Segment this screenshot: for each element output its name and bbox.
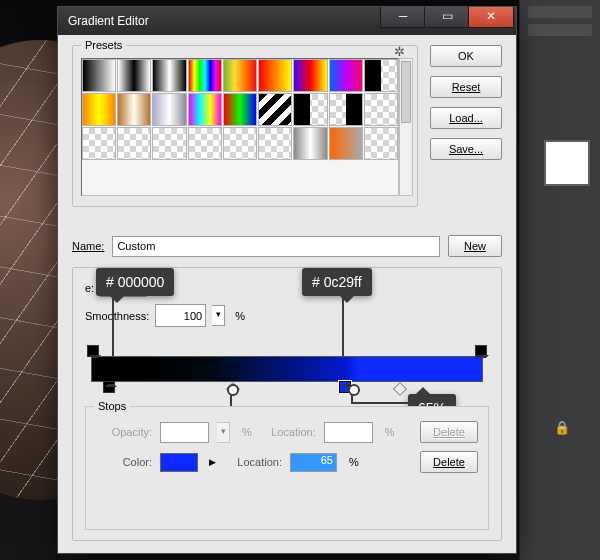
smoothness-input[interactable] — [155, 304, 206, 327]
preset-swatch[interactable] — [188, 127, 222, 160]
lock-icon: 🔒 — [554, 420, 570, 435]
window-titlebar[interactable]: Gradient Editor ─ ▭ ✕ — [58, 7, 516, 35]
location-top-label: Location: — [260, 426, 316, 438]
preset-grid[interactable] — [81, 58, 399, 196]
opacity-marker-left[interactable] — [87, 345, 99, 357]
preset-swatch[interactable] — [152, 127, 186, 160]
minimize-button[interactable]: ─ — [380, 7, 426, 28]
ok-button[interactable]: OK — [430, 45, 502, 67]
preset-swatch[interactable] — [293, 93, 327, 126]
stops-group: Stops Opacity: ▾ % Location: % Delete Co… — [85, 406, 489, 530]
close-button[interactable]: ✕ — [468, 7, 514, 28]
preset-swatch[interactable] — [82, 127, 116, 160]
preset-swatch[interactable] — [364, 59, 398, 92]
preset-swatch[interactable] — [329, 59, 363, 92]
preset-swatch[interactable] — [258, 93, 292, 126]
preset-swatch[interactable] — [223, 127, 257, 160]
delete-color-stop-button[interactable]: Delete — [420, 451, 478, 473]
color-flyout-icon[interactable]: ▶ — [206, 454, 218, 471]
preset-swatch[interactable] — [223, 59, 257, 92]
smoothness-label: Smoothness: — [85, 310, 149, 322]
color-well[interactable] — [160, 453, 198, 472]
preset-swatch[interactable] — [117, 127, 151, 160]
gradient-bar[interactable] — [91, 356, 483, 382]
location-top-input[interactable] — [324, 422, 373, 443]
stops-label: Stops — [94, 400, 130, 412]
preset-swatch[interactable] — [188, 59, 222, 92]
preset-swatch[interactable] — [329, 93, 363, 126]
preset-scrollbar[interactable] — [399, 58, 413, 196]
preset-swatch[interactable] — [117, 93, 151, 126]
preset-swatch[interactable] — [188, 93, 222, 126]
annotation-lead — [351, 402, 415, 404]
right-side-panel: 🔒 — [519, 0, 600, 560]
window-title: Gradient Editor — [68, 14, 149, 28]
presets-label: Presets — [81, 39, 126, 51]
preset-swatch[interactable] — [117, 59, 151, 92]
gradient-editor-window: Gradient Editor ─ ▭ ✕ OK Reset Load... S… — [57, 6, 517, 554]
type-label-partial: e: — [85, 282, 94, 294]
color-label: Color: — [96, 456, 152, 468]
midpoint-2[interactable] — [393, 382, 407, 396]
preset-swatch[interactable] — [152, 93, 186, 126]
preset-swatch[interactable] — [223, 93, 257, 126]
save-button[interactable]: Save... — [430, 138, 502, 160]
delete-opacity-stop-button: Delete — [420, 421, 478, 443]
preset-swatch[interactable] — [329, 127, 363, 160]
preset-swatch[interactable] — [364, 93, 398, 126]
annotation-stop2-hex: # 0c29ff — [302, 268, 372, 296]
opacity-marker-right[interactable] — [475, 345, 487, 357]
preset-swatch[interactable] — [293, 127, 327, 160]
location-bottom-label: Location: — [226, 456, 282, 468]
preset-swatch[interactable] — [152, 59, 186, 92]
presets-group: Presets ✲ — [72, 45, 418, 207]
location-bottom-input[interactable]: 65 — [290, 453, 337, 472]
gradient-edit-group: e: Solid Smoothness: ▾ % # 000000 # 0c29… — [72, 267, 502, 541]
smoothness-stepper[interactable]: ▾ — [212, 305, 225, 326]
smoothness-unit: % — [235, 310, 245, 322]
name-input[interactable] — [112, 236, 440, 257]
opacity-label: Opacity: — [96, 426, 152, 438]
preset-swatch[interactable] — [82, 59, 116, 92]
name-label: Name: — [72, 240, 104, 252]
preset-swatch[interactable] — [364, 127, 398, 160]
annotation-lead — [351, 390, 353, 402]
color-stop-1[interactable] — [103, 381, 115, 393]
load-button[interactable]: Load... — [430, 107, 502, 129]
layer-thumbnail[interactable] — [544, 140, 590, 186]
new-button[interactable]: New — [448, 235, 502, 257]
preset-swatch[interactable] — [258, 59, 292, 92]
preset-swatch[interactable] — [293, 59, 327, 92]
opacity-value-input[interactable] — [160, 422, 209, 443]
preset-swatch[interactable] — [258, 127, 292, 160]
reset-button[interactable]: Reset — [430, 76, 502, 98]
opacity-stepper: ▾ — [217, 422, 230, 443]
preset-swatch[interactable] — [82, 93, 116, 126]
maximize-button[interactable]: ▭ — [424, 7, 470, 28]
annotation-stop1-hex: # 000000 — [96, 268, 174, 296]
